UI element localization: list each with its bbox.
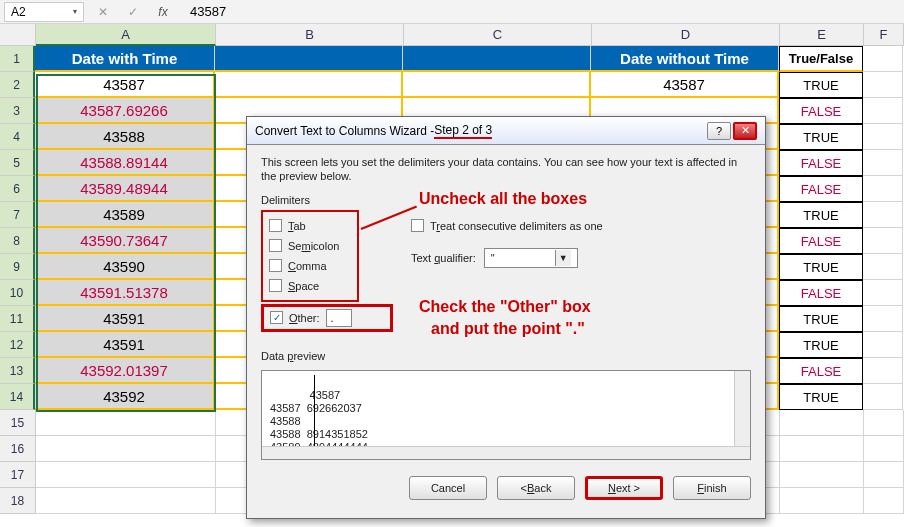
row-header[interactable]: 5: [0, 150, 35, 176]
cell[interactable]: [864, 488, 904, 514]
cell[interactable]: [863, 98, 903, 124]
cell[interactable]: 43588: [35, 124, 215, 150]
cell[interactable]: [780, 436, 864, 462]
cell[interactable]: [863, 384, 903, 410]
cell-B1[interactable]: [215, 46, 403, 72]
cell[interactable]: TRUE: [779, 306, 863, 332]
cell-E1[interactable]: True/False: [779, 46, 863, 72]
cell[interactable]: 43591.51378: [35, 280, 215, 306]
cell[interactable]: [36, 462, 216, 488]
dropdown-icon[interactable]: ▾: [73, 7, 77, 16]
cell[interactable]: FALSE: [779, 150, 863, 176]
cell[interactable]: [863, 358, 903, 384]
tab-checkbox[interactable]: [269, 219, 282, 232]
cell[interactable]: 43591: [35, 332, 215, 358]
cell[interactable]: [215, 72, 403, 98]
cell[interactable]: [36, 410, 216, 436]
cell[interactable]: 43592: [35, 384, 215, 410]
cell[interactable]: [780, 410, 864, 436]
cell[interactable]: TRUE: [779, 254, 863, 280]
name-box[interactable]: A2 ▾: [4, 2, 84, 22]
cell[interactable]: FALSE: [779, 176, 863, 202]
row-header[interactable]: 14: [0, 384, 35, 410]
cell[interactable]: TRUE: [779, 124, 863, 150]
row-header[interactable]: 2: [0, 72, 35, 98]
cell[interactable]: [863, 228, 903, 254]
row-header[interactable]: 6: [0, 176, 35, 202]
comma-checkbox[interactable]: [269, 259, 282, 272]
cell[interactable]: [864, 436, 904, 462]
cancel-button[interactable]: Cancel: [409, 476, 487, 500]
space-checkbox[interactable]: [269, 279, 282, 292]
cell[interactable]: [863, 202, 903, 228]
row-header[interactable]: 1: [0, 46, 35, 72]
row-header[interactable]: 15: [0, 410, 36, 436]
cell[interactable]: FALSE: [779, 358, 863, 384]
semicolon-checkbox[interactable]: [269, 239, 282, 252]
cell[interactable]: 43592.01397: [35, 358, 215, 384]
row-header[interactable]: 4: [0, 124, 35, 150]
cell[interactable]: TRUE: [779, 384, 863, 410]
row-header[interactable]: 18: [0, 488, 36, 514]
row-header[interactable]: 3: [0, 98, 35, 124]
col-header-E[interactable]: E: [780, 24, 864, 46]
back-button[interactable]: < Back: [497, 476, 575, 500]
close-button[interactable]: ✕: [733, 122, 757, 140]
cell-F1[interactable]: [863, 46, 903, 72]
cell[interactable]: 43587: [35, 72, 215, 98]
help-button[interactable]: ?: [707, 122, 731, 140]
cell[interactable]: [780, 488, 864, 514]
cell[interactable]: [36, 436, 216, 462]
cell[interactable]: FALSE: [779, 98, 863, 124]
row-header[interactable]: 11: [0, 306, 35, 332]
cell[interactable]: 43587: [591, 72, 779, 98]
cell[interactable]: [863, 254, 903, 280]
cell[interactable]: [863, 306, 903, 332]
col-header-B[interactable]: B: [216, 24, 404, 46]
row-header[interactable]: 7: [0, 202, 35, 228]
cell[interactable]: TRUE: [779, 332, 863, 358]
other-input[interactable]: [326, 309, 352, 327]
cell[interactable]: FALSE: [779, 280, 863, 306]
qualifier-select[interactable]: " ▼: [484, 248, 578, 268]
dialog-titlebar[interactable]: Convert Text to Columns Wizard - Step 2 …: [247, 117, 765, 145]
row-header[interactable]: 13: [0, 358, 35, 384]
cell-D1[interactable]: Date without Time: [591, 46, 779, 72]
cell[interactable]: [36, 488, 216, 514]
formula-value[interactable]: 43587: [182, 4, 900, 19]
col-header-F[interactable]: F: [864, 24, 904, 46]
next-button[interactable]: Next >: [585, 476, 663, 500]
row-header[interactable]: 10: [0, 280, 35, 306]
cell-A1[interactable]: Date with Time: [35, 46, 215, 72]
cell[interactable]: 43590: [35, 254, 215, 280]
row-header[interactable]: 17: [0, 462, 36, 488]
cell-C1[interactable]: [403, 46, 591, 72]
cell[interactable]: 43587.69266: [35, 98, 215, 124]
select-all-corner[interactable]: [0, 24, 36, 46]
cell[interactable]: TRUE: [779, 202, 863, 228]
fx-icon[interactable]: fx: [152, 1, 174, 23]
cell[interactable]: TRUE: [779, 72, 863, 98]
cell[interactable]: [780, 462, 864, 488]
cell[interactable]: 43590.73647: [35, 228, 215, 254]
other-checkbox[interactable]: ✓: [270, 311, 283, 324]
cell[interactable]: [864, 410, 904, 436]
finish-button[interactable]: Finish: [673, 476, 751, 500]
cell[interactable]: [864, 462, 904, 488]
col-header-A[interactable]: A: [36, 24, 216, 46]
dropdown-icon[interactable]: ▼: [555, 250, 571, 266]
cell[interactable]: [403, 72, 591, 98]
cell[interactable]: 43589.48944: [35, 176, 215, 202]
cell[interactable]: [863, 150, 903, 176]
cell[interactable]: 43588.89144: [35, 150, 215, 176]
consecutive-checkbox[interactable]: [411, 219, 424, 232]
row-header[interactable]: 12: [0, 332, 35, 358]
col-header-C[interactable]: C: [404, 24, 592, 46]
cell[interactable]: 43591: [35, 306, 215, 332]
cell[interactable]: [863, 72, 903, 98]
cell[interactable]: [863, 332, 903, 358]
preview-hscrollbar[interactable]: [262, 446, 750, 460]
row-header[interactable]: 9: [0, 254, 35, 280]
col-header-D[interactable]: D: [592, 24, 780, 46]
row-header[interactable]: 8: [0, 228, 35, 254]
